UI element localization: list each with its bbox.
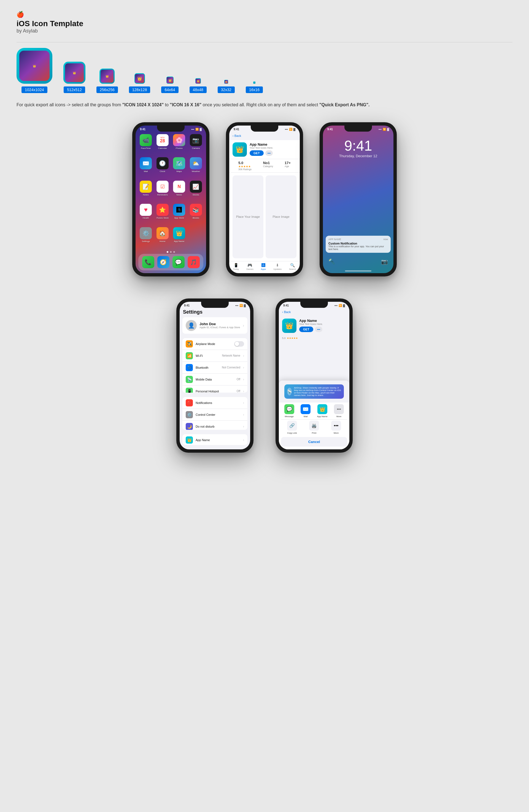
airplane-toggle[interactable]: [234, 341, 244, 347]
dock-music[interactable]: 🎵: [188, 256, 200, 268]
settings-screen-content: 9:41 ▪▪▪ 🛜 ▓ Settings 👤 John Doe Apple I…: [180, 302, 250, 449]
tab-apps-label: Apps: [261, 268, 266, 271]
share-print[interactable]: 🖨️ Print: [309, 421, 319, 434]
app-stocks[interactable]: 📈 Stocks: [189, 180, 203, 201]
profile-chevron-icon: ›: [243, 323, 244, 328]
get-button[interactable]: GET: [249, 150, 264, 156]
app-facetime[interactable]: 📹 FaceTime: [139, 134, 153, 155]
app-weather[interactable]: ⛅ Weather: [189, 157, 203, 178]
dock-messages[interactable]: 💬: [172, 256, 185, 268]
icon-64-badge: 64x64: [161, 86, 178, 93]
app-camera[interactable]: 📷 Camera: [189, 134, 203, 155]
settings-wifi[interactable]: 📶 Wi-Fi Network Name ›: [182, 350, 247, 362]
app-calendar[interactable]: NOV28 Calendar: [156, 134, 170, 155]
settings-airplane-mode[interactable]: ✈️ Airplane Mode: [182, 338, 247, 350]
dnd-chevron-icon: ›: [243, 424, 244, 429]
health-icon: ♥: [140, 204, 152, 216]
settings-notifications[interactable]: 🔴 Notifications ›: [182, 397, 247, 409]
app-news[interactable]: N News: [172, 180, 186, 201]
app-itunes[interactable]: ⭐ iTunes Store: [156, 204, 170, 224]
wifi-icon-set: 📶: [186, 352, 193, 359]
icon-sizes-row: 👑 1024x1024 👑 512x512 👑 256x256 👑 128x12…: [16, 48, 513, 93]
dock-safari[interactable]: 🧭: [157, 256, 169, 268]
share-back-btn[interactable]: ‹ Back: [282, 310, 291, 314]
share-cancel-button[interactable]: Cancel: [281, 437, 347, 447]
lock-date: Thursday, December 12: [339, 154, 377, 158]
tab-search-icon: 🔍: [290, 263, 295, 267]
share-action-more[interactable]: ••• More: [331, 421, 341, 434]
tab-search[interactable]: 🔍Search: [289, 263, 296, 271]
app-clock[interactable]: 🕐 Clock: [156, 157, 170, 178]
tab-today[interactable]: 📱Today: [233, 263, 239, 271]
appstore-back-btn[interactable]: ‹ Back: [232, 134, 241, 137]
app-health[interactable]: ♥ Health: [139, 204, 153, 224]
app-appstore[interactable]: 🅰 App Store: [172, 204, 186, 224]
settings-personal-hotspot[interactable]: 📱 Personal Hotspot Off ›: [182, 386, 247, 393]
appname-settings-icon: 👑: [186, 436, 193, 444]
settings-control-center[interactable]: ⚙️ Control Center ›: [182, 409, 247, 421]
action-more-label: More: [334, 432, 339, 434]
sh-wifi-icon: 🛜: [339, 304, 342, 307]
phone-notch: [157, 126, 185, 132]
settings-section-3: 👑 App Name ›: [182, 434, 247, 445]
settings-section-2: 🔴 Notifications › ⚙️ Control Center › 🌙 …: [182, 397, 247, 430]
app-reminders[interactable]: ☑ Reminders: [156, 180, 170, 201]
tab-today-icon: 📱: [234, 263, 238, 267]
tab-updates[interactable]: ⬇Updates: [273, 263, 282, 271]
app-home[interactable]: 🏠 Home: [156, 227, 170, 248]
music-icon: 🎵: [188, 256, 200, 268]
app-settings[interactable]: ⚙️ Settings: [139, 227, 153, 248]
share-message-icon: 💬: [284, 404, 294, 414]
share-message[interactable]: 💬 Message: [284, 404, 294, 418]
profile-name: John Doe: [199, 322, 240, 326]
dock-phone[interactable]: 📞: [142, 256, 154, 268]
appstore-app-name: App Name: [249, 142, 297, 146]
age-section: 17+ Age: [285, 161, 291, 171]
lock-camera-icon: 📷: [381, 258, 388, 265]
lock-notification: APP NAME now Custom Notification This is…: [326, 236, 391, 253]
home-screen: 9:41 ▪▪▪ 🛜 ▓ 📹 FaceTime NOV28: [135, 126, 206, 273]
share-more-btn[interactable]: •••: [315, 327, 323, 332]
hotspot-icon: 📱: [186, 388, 193, 393]
settings-appname[interactable]: 👑 App Name ›: [182, 434, 247, 445]
settings-do-not-disturb[interactable]: 🌙 Do not disturb ›: [182, 421, 247, 430]
share-ratings-row: 5.0 ★★★★★: [279, 335, 349, 341]
share-get-btn[interactable]: GET: [299, 327, 313, 332]
settings-label: Settings: [142, 240, 150, 243]
mail-icon: ✉️: [140, 157, 152, 169]
category-sub: Category: [263, 165, 273, 168]
phone-notch-4: [201, 302, 229, 308]
battery-icon: ▓: [200, 128, 202, 131]
lock-time-small: 9:41: [327, 128, 333, 131]
app-ibooks[interactable]: 📚 iBooks: [189, 204, 203, 224]
share-copylink[interactable]: 🔗 Copy Link: [287, 421, 297, 434]
share-appname[interactable]: 👑 App Name: [317, 404, 328, 418]
tab-games[interactable]: 🎮Games: [246, 263, 254, 271]
maps-icon: 🗺️: [173, 157, 185, 169]
profile-info: John Doe Apple ID, iCloud, iTunes & App …: [199, 322, 240, 329]
header-subtitle: by Asylab: [16, 28, 513, 34]
app-maps[interactable]: 🗺️ Maps: [172, 157, 186, 178]
app-notes[interactable]: 📝 Notes: [139, 180, 153, 201]
app-mail[interactable]: ✉️ Mail: [139, 157, 153, 178]
icon-32-img: 👑: [224, 80, 228, 84]
phone-icon: 📞: [142, 256, 154, 268]
home-screen-content: 9:41 ▪▪▪ 🛜 ▓ 📹 FaceTime NOV28: [135, 126, 206, 273]
hotspot-value: Off: [237, 390, 240, 393]
app-appname[interactable]: 👑 App Name: [172, 227, 186, 248]
more-button[interactable]: •••: [265, 150, 273, 156]
itunes-label: iTunes Store: [156, 217, 169, 219]
export-note: For quick export all icons -> select all…: [16, 101, 513, 108]
share-mail[interactable]: ✉️ Mail: [301, 404, 311, 418]
settings-profile[interactable]: 👤 John Doe Apple ID, iCloud, iTunes & Ap…: [182, 317, 247, 334]
settings-mobile-data[interactable]: 📡 Mobile Data Off ›: [182, 374, 247, 386]
sh-battery-icon: ▓: [343, 304, 345, 307]
tab-apps[interactable]: 🅰Apps: [261, 263, 266, 271]
share-more[interactable]: ••• More: [334, 404, 344, 418]
settings-bluetooth[interactable]: 🔵 Bluetooth Not Connected ›: [182, 362, 247, 374]
tab-search-label: Search: [289, 268, 296, 271]
app-photos[interactable]: 🌸 Photos: [172, 134, 186, 155]
hotspot-label: Personal Hotspot: [196, 390, 234, 393]
icon-1024-img: 👑: [16, 48, 52, 84]
phone-notch-5: [300, 302, 328, 308]
